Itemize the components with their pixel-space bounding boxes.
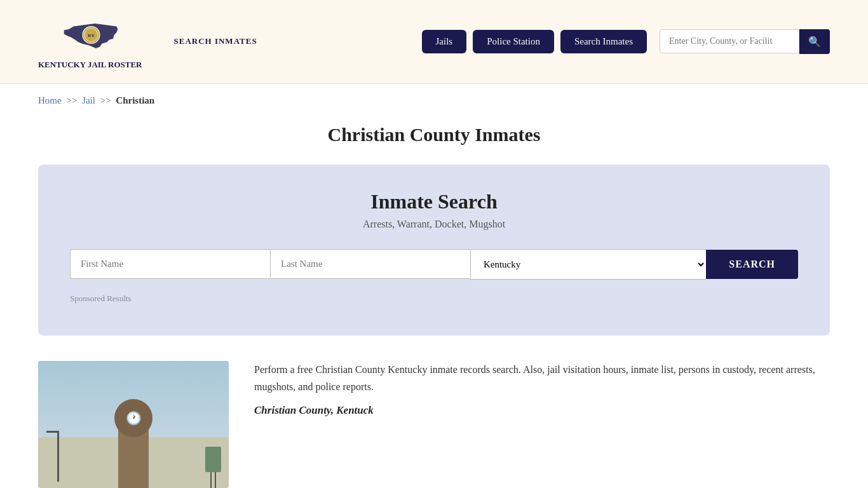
svg-text:KY: KY — [88, 33, 94, 37]
logo-area[interactable]: KY KENTUCKY JAIL ROSTER — [38, 13, 142, 71]
header-search-bar: 🔍 — [660, 29, 830, 54]
header-search-input[interactable] — [660, 29, 799, 53]
police-station-nav-button[interactable]: Police Station — [473, 30, 554, 53]
breadcrumb-current: Christian — [116, 95, 154, 105]
tree-2 — [215, 450, 216, 488]
sponsored-results-label: Sponsored Results — [70, 294, 798, 304]
last-name-input[interactable] — [270, 249, 470, 279]
main-nav: Jails Police Station Search Inmates 🔍 — [422, 29, 830, 54]
description-paragraph: Perform a free Christian County Kentucky… — [254, 361, 830, 395]
bottom-section: 🕐 Perform a free Christian County Kentuc… — [38, 361, 830, 488]
kentucky-state-logo: KY — [62, 13, 119, 57]
breadcrumb-sep-1: >> — [66, 95, 77, 105]
clock-tower-body: 🕐 — [118, 418, 149, 488]
search-inmates-nav-button[interactable]: Search Inmates — [560, 30, 647, 53]
first-name-input[interactable] — [70, 249, 270, 279]
site-name-text: KENTUCKY JAIL ROSTER — [38, 60, 142, 71]
breadcrumb-home[interactable]: Home — [38, 95, 62, 105]
trees — [210, 450, 216, 488]
site-header: KY KENTUCKY JAIL ROSTER SEARCH INMATES J… — [0, 0, 868, 84]
inmate-search-button[interactable]: SEARCH — [706, 250, 798, 279]
description-subheading: Christian County, Kentuck — [254, 402, 830, 420]
search-box-subtitle: Arrests, Warrant, Docket, Mugshot — [70, 219, 798, 230]
inmate-search-fields: AlabamaAlaskaArizonaArkansasCaliforniaCo… — [70, 249, 798, 280]
inmate-search-box: Inmate Search Arrests, Warrant, Docket, … — [38, 165, 830, 336]
breadcrumb-sep-2: >> — [100, 95, 111, 105]
state-select[interactable]: AlabamaAlaskaArizonaArkansasCaliforniaCo… — [470, 249, 706, 280]
search-inmates-title-link[interactable]: SEARCH INMATES — [174, 36, 257, 46]
description-area: Perform a free Christian County Kentucky… — [254, 361, 830, 426]
jails-nav-button[interactable]: Jails — [422, 30, 467, 53]
breadcrumb: Home >> Jail >> Christian — [0, 84, 868, 118]
header-search-button[interactable]: 🔍 — [799, 29, 830, 54]
page-title: Christian County Inmates — [38, 124, 830, 146]
street-lamp — [57, 431, 59, 482]
main-content: Christian County Inmates Inmate Search A… — [0, 118, 868, 488]
search-box-title: Inmate Search — [70, 190, 798, 214]
county-image: 🕐 — [38, 361, 229, 488]
breadcrumb-jail[interactable]: Jail — [82, 95, 95, 105]
clock-face: 🕐 — [114, 399, 153, 437]
